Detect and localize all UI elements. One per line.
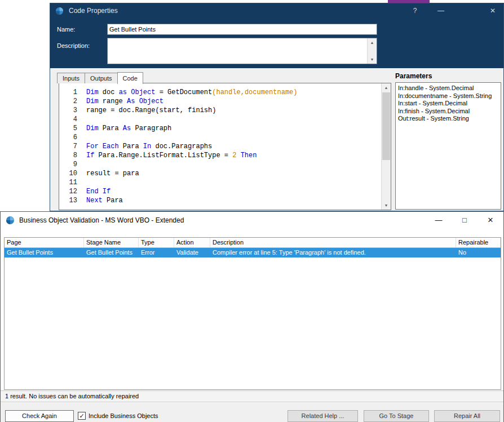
cell: Compiler error at line 5: Type 'Paragrap… [210,248,456,257]
check-again-button[interactable]: Check Again [5,410,74,422]
column-header-stage-name[interactable]: Stage Name [84,238,139,247]
include-business-objects-label: Include Business Objects [89,412,158,419]
column-header-action[interactable]: Action [174,238,210,247]
line-number: 3 [59,106,86,115]
related-help-button[interactable]: Related Help ... [288,410,358,422]
line-number: 9 [59,160,86,169]
name-label: Name: [57,26,75,33]
code-line: 8If Para.Range.ListFormat.ListType = 2 T… [59,151,381,160]
code-scrollbar[interactable]: ▲ ▼ [381,83,391,210]
validation-window: Business Object Validation - MS Word VBO… [0,211,504,422]
cell: Get Bullet Points [84,248,139,257]
code-editor[interactable]: 1Dim doc as Object = GetDocument(handle,… [59,83,391,210]
minimize-button[interactable]: — [426,212,452,228]
line-number: 7 [59,142,86,151]
name-input[interactable] [107,24,377,35]
tab-outputs[interactable]: Outputs [85,73,118,83]
validation-table: PageStage NameTypeActionDescriptionRepai… [4,237,501,390]
line-number: 8 [59,151,86,160]
line-number: 12 [59,187,86,196]
line-number: 2 [59,97,86,106]
code-line: 6 [59,133,381,142]
cell: No [456,248,501,257]
validation-table-header: PageStage NameTypeActionDescriptionRepai… [5,238,501,248]
code-line: 3range = doc.Range(start, finish) [59,106,381,115]
scroll-down-icon[interactable]: ▼ [368,55,377,64]
code-line: 7For Each Para In doc.Paragraphs [59,142,381,151]
blueprism-icon [6,216,15,225]
column-header-repairable[interactable]: Repairable [456,238,501,247]
code-editor-lines: 1Dim doc as Object = GetDocument(handle,… [59,83,381,210]
scroll-up-icon[interactable]: ▲ [382,83,391,92]
description-scrollbar[interactable]: ▲ ▼ [367,38,377,64]
line-number: 6 [59,133,86,142]
column-header-type[interactable]: Type [139,238,174,247]
validation-table-body: Get Bullet PointsGet Bullet PointsErrorV… [5,248,501,257]
blueprism-icon [55,7,64,15]
code-line: 1Dim doc as Object = GetDocument(handle,… [59,88,381,97]
column-header-description[interactable]: Description [210,238,456,247]
validation-titlebar[interactable]: Business Object Validation - MS Word VBO… [1,212,503,228]
code-line: 4 [59,115,381,124]
include-business-objects-checkbox[interactable]: ✓ [78,412,86,420]
validation-row[interactable]: Get Bullet PointsGet Bullet PointsErrorV… [5,248,501,257]
parameter-item[interactable]: In:finish - System.Decimal [396,108,501,116]
tab-code[interactable]: Code [117,72,143,84]
parameter-item[interactable]: In:start - System.Decimal [396,100,501,108]
parameter-item[interactable]: Out:result - System.String [396,115,501,123]
parameters-heading: Parameters [395,72,432,80]
repair-all-button[interactable]: Repair All [434,410,500,422]
code-tabs: InputsOutputsCode [57,72,143,83]
cell: Get Bullet Points [5,248,84,257]
line-number: 5 [59,124,86,133]
parameters-list: In:handle - System.DecimalIn:documentnam… [395,82,501,210]
cell: Error [139,248,174,257]
code-properties-header-panel: Code Properties ? — ✕ Name: Description:… [50,3,503,68]
parameter-item[interactable]: In:documentname - System.String [396,92,501,100]
column-header-page[interactable]: Page [5,238,84,247]
code-line: 13Next Para [59,196,381,205]
line-number: 13 [59,196,86,205]
line-number: 1 [59,88,86,97]
close-button[interactable]: ✕ [478,212,503,228]
scroll-down-icon[interactable]: ▼ [382,201,391,210]
code-properties-window: Code Properties ? — ✕ Name: Description:… [50,3,504,211]
scroll-up-icon[interactable]: ▲ [368,38,377,47]
code-line: 2Dim range As Object [59,97,381,106]
code-line: 11 [59,178,381,187]
code-line: 5Dim Para As Paragraph [59,124,381,133]
code-line: 12End If [59,187,381,196]
scroll-thumb[interactable] [382,92,390,160]
close-button[interactable]: ✕ [487,3,499,18]
bottom-button-bar: Check Again ✓ Include Business Objects R… [1,403,503,422]
line-number: 11 [59,178,86,187]
code-line: 9 [59,160,381,169]
code-properties-titlebar[interactable]: Code Properties ? — ✕ [50,3,503,18]
description-input[interactable] [108,38,367,64]
line-number: 4 [59,115,86,124]
window-title: Code Properties [69,7,118,15]
description-field-frame: ▲ ▼ [107,38,377,64]
tab-inputs[interactable]: Inputs [57,73,85,83]
code-line: 10result = para [59,169,381,178]
minimize-button[interactable]: — [435,3,447,18]
description-label: Description: [57,42,90,49]
cell: Validate [174,248,210,257]
maximize-button[interactable]: □ [452,212,478,228]
go-to-stage-button[interactable]: Go To Stage [364,410,429,422]
help-button[interactable]: ? [409,3,421,18]
status-bar: 1 result. No issues can be automatically… [1,390,503,402]
window-title: Business Object Validation - MS Word VBO… [19,216,426,224]
parameter-item[interactable]: In:handle - System.Decimal [396,85,501,92]
line-number: 10 [59,169,86,178]
